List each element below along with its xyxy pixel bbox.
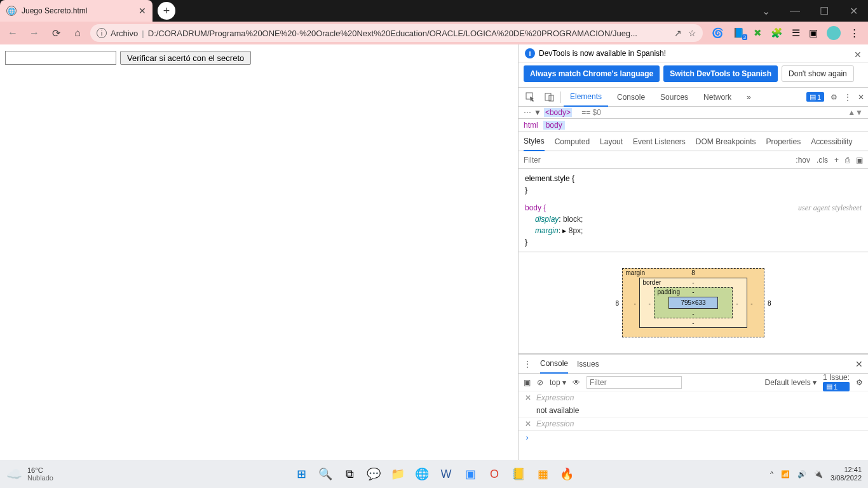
box-padding[interactable]: padding - - - - 795×633 <box>654 287 732 318</box>
subtab-styles[interactable]: Styles <box>524 132 545 151</box>
chevron-up-icon[interactable]: ^ <box>770 470 773 478</box>
drawer-tab-console[interactable]: Console <box>540 355 568 374</box>
subtab-layout[interactable]: Layout <box>600 137 623 146</box>
star-icon[interactable]: ☆ <box>688 28 696 38</box>
issues-badge[interactable]: ▤ 1 <box>806 92 824 102</box>
ext-icon[interactable]: 🌀 <box>712 27 724 39</box>
explorer-icon[interactable]: 📁 <box>389 465 407 483</box>
eye-icon[interactable]: 👁 <box>573 378 580 387</box>
rendered-page: Verificar si acertó con el secreto <box>0 44 518 460</box>
minimize-icon[interactable]: — <box>780 0 810 22</box>
close-icon[interactable]: ✕ <box>855 359 863 369</box>
subtab-properties[interactable]: Properties <box>766 137 801 146</box>
issue-count[interactable]: 1 Issue: ▤ 1 <box>823 373 850 391</box>
close-icon[interactable]: ✕ <box>854 50 862 60</box>
live-expression[interactable]: ✕ Expression <box>519 417 868 430</box>
print-icon[interactable]: ⎙ <box>845 156 850 165</box>
info-icon[interactable]: i <box>97 28 107 38</box>
address-field[interactable]: i Archivo | D:/CORADRUM/Programa%20ONE%2… <box>90 24 703 42</box>
switch-language-button[interactable]: Switch DevTools to Spanish <box>663 65 778 82</box>
reload-button[interactable]: ⟳ <box>47 24 65 42</box>
tab-console[interactable]: Console <box>611 88 651 107</box>
subtab-accessibility[interactable]: Accessibility <box>811 137 852 146</box>
tab-elements[interactable]: Elements <box>564 88 608 107</box>
chrome-icon[interactable]: 🌐 <box>413 465 431 483</box>
levels-select[interactable]: Default levels ▾ <box>765 378 817 387</box>
close-icon[interactable]: ✕ <box>525 393 531 402</box>
context-select[interactable]: top ▾ <box>550 378 566 387</box>
start-icon[interactable]: ⊞ <box>292 465 310 483</box>
box-content[interactable]: 795×633 <box>668 297 717 309</box>
clear-icon[interactable]: ⊘ <box>537 378 543 387</box>
live-expression[interactable]: ✕ Expression <box>519 391 868 404</box>
chevron-down-icon[interactable]: ⌄ <box>751 0 780 22</box>
menu-icon[interactable]: ⋮ <box>850 27 859 39</box>
side-panel-icon[interactable]: ▣ <box>809 27 818 39</box>
app-icon[interactable]: 💬 <box>365 465 383 483</box>
subtab-event-listeners[interactable]: Event Listeners <box>633 137 686 146</box>
ext-icon[interactable]: ✖ <box>754 27 762 39</box>
battery-icon[interactable]: 🔌 <box>814 470 823 478</box>
cls-toggle[interactable]: .cls <box>817 156 828 165</box>
crumb-html[interactable]: html <box>524 121 538 130</box>
new-tab-button[interactable]: + <box>158 2 175 20</box>
crumb-body[interactable]: body <box>543 121 565 130</box>
box-border[interactable]: border - - - - padding - - - - 795×633 <box>639 278 747 328</box>
clock[interactable]: 12:413/08/2022 <box>831 466 862 482</box>
subtab-dom-breakpoints[interactable]: DOM Breakpoints <box>696 137 756 146</box>
panel-icon[interactable]: ▣ <box>856 156 863 165</box>
app-icon[interactable]: 🔥 <box>558 465 576 483</box>
close-window-icon[interactable]: ✕ <box>839 0 868 22</box>
kebab-icon[interactable]: ⋮ <box>844 93 851 102</box>
sidebar-icon[interactable]: ▣ <box>524 378 531 387</box>
address-bar: ← → ⟳ ⌂ i Archivo | D:/CORADRUM/Programa… <box>0 22 868 44</box>
dont-show-button[interactable]: Don't show again <box>782 65 854 82</box>
kebab-icon[interactable]: ⋮ <box>524 360 531 369</box>
filter-input[interactable] <box>524 156 789 165</box>
wifi-icon[interactable]: 📶 <box>781 470 790 478</box>
weather-widget[interactable]: ☁️ 16°CNublado <box>6 466 53 482</box>
inspect-icon[interactable] <box>522 89 539 105</box>
taskbar-apps: ⊞ 🔍 ⧉ 💬 📁 🌐 W ▣ O 📒 ▦ 🔥 <box>292 465 576 483</box>
word-icon[interactable]: W <box>437 465 455 483</box>
match-language-button[interactable]: Always match Chrome's language <box>524 65 660 82</box>
profile-icon[interactable] <box>827 26 841 40</box>
back-button[interactable]: ← <box>4 24 22 42</box>
drawer-tab-issues[interactable]: Issues <box>577 360 599 369</box>
taskview-icon[interactable]: ⧉ <box>341 465 358 483</box>
breadcrumb[interactable]: html body <box>519 119 868 132</box>
search-icon[interactable]: 🔍 <box>316 465 334 483</box>
volume-icon[interactable]: 🔊 <box>797 470 806 478</box>
sublime-icon[interactable]: ▦ <box>534 465 552 483</box>
zoom-icon[interactable]: ▣ <box>461 465 479 483</box>
maximize-icon[interactable]: ☐ <box>810 0 839 22</box>
share-icon[interactable]: ↗ <box>674 28 682 38</box>
opera-icon[interactable]: O <box>485 465 503 483</box>
extensions-icon[interactable]: 🧩 <box>771 27 783 39</box>
more-tabs-icon[interactable]: » <box>740 88 757 107</box>
hov-toggle[interactable]: :hov <box>796 156 810 165</box>
reading-list-icon[interactable]: ☰ <box>792 27 800 39</box>
plus-icon[interactable]: + <box>834 156 839 165</box>
ext-icon[interactable]: 📘3 <box>733 27 745 39</box>
close-icon[interactable]: ✕ <box>139 6 146 16</box>
browser-tab[interactable]: 🌐 Juego Secreto.html ✕ <box>0 0 153 22</box>
dom-tree[interactable]: ⋯▼<body> == $0 ▲▼ <box>519 107 868 119</box>
device-icon[interactable] <box>541 89 558 105</box>
notepad-icon[interactable]: 📒 <box>510 465 527 483</box>
gear-icon[interactable]: ⚙ <box>856 378 863 387</box>
close-icon[interactable]: ✕ <box>858 93 864 102</box>
tab-network[interactable]: Network <box>697 88 738 107</box>
subtab-computed[interactable]: Computed <box>555 137 590 146</box>
close-icon[interactable]: ✕ <box>525 419 531 428</box>
console-prompt[interactable]: › <box>519 431 868 445</box>
gear-icon[interactable]: ⚙ <box>831 93 837 102</box>
tab-sources[interactable]: Sources <box>654 88 695 107</box>
styles-pane[interactable]: element.style { } user agent stylesheetb… <box>519 169 868 252</box>
console-filter[interactable] <box>587 376 682 389</box>
verify-button[interactable]: Verificar si acertó con el secreto <box>120 51 251 65</box>
secret-input[interactable] <box>5 51 116 65</box>
weather-icon: ☁️ <box>6 466 22 482</box>
box-margin[interactable]: margin 8 8 8 border - - - - padding - - … <box>622 268 764 337</box>
home-button[interactable]: ⌂ <box>69 24 86 42</box>
